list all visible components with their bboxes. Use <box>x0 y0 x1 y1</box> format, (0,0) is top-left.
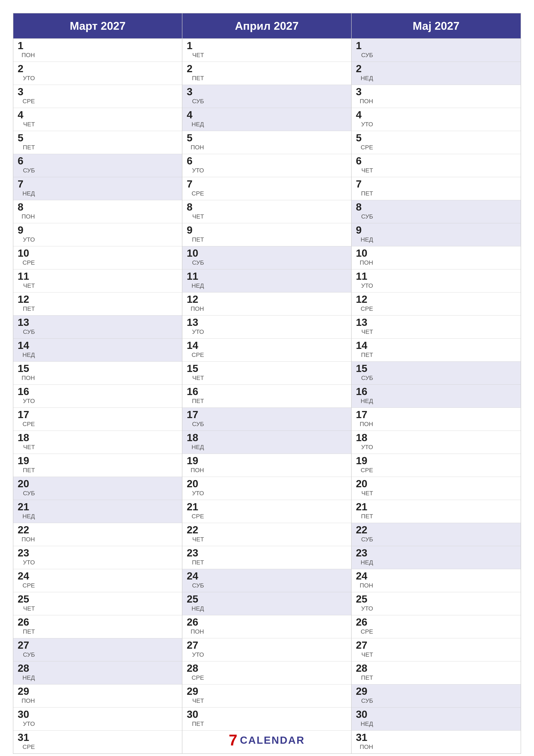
day-number: 17 <box>187 410 204 420</box>
day-row: 1ЧЕТ <box>182 39 351 62</box>
day-row: 18НЕД <box>182 431 351 454</box>
day-name: УТО <box>23 236 35 244</box>
day-content: 31ПОН <box>356 732 373 752</box>
day-content: 16УТО <box>18 387 35 406</box>
day-name: ПОН <box>360 421 373 429</box>
day-content: 23ПЕТ <box>187 548 204 567</box>
day-number: 27 <box>18 640 35 650</box>
day-name: ПЕТ <box>361 190 373 198</box>
day-number: 1 <box>18 40 35 51</box>
day-row: 2ПЕТ <box>182 62 351 85</box>
day-content: 6ЧЕТ <box>356 156 373 175</box>
month-column-1: Април 20271ЧЕТ2ПЕТ3СУБ4НЕД5ПОН6УТО7СРЕ8Ч… <box>182 14 351 753</box>
day-number: 30 <box>187 709 204 719</box>
day-content: 28НЕД <box>18 663 35 683</box>
day-number: 4 <box>18 110 35 120</box>
day-number: 16 <box>187 387 204 397</box>
day-number: 2 <box>187 64 204 74</box>
day-row: 10СУБ <box>182 246 351 269</box>
day-number: 17 <box>356 410 373 420</box>
day-name: НЕД <box>191 282 204 290</box>
day-content: 23НЕД <box>356 548 373 567</box>
day-content: 7НЕД <box>18 179 35 198</box>
day-name: УТО <box>361 282 373 290</box>
day-content: 27СУБ <box>18 640 35 660</box>
day-content: 17ПОН <box>356 410 373 429</box>
day-number: 24 <box>18 571 35 581</box>
day-row: 31ПОН <box>352 731 521 753</box>
day-row: 17СУБ <box>182 408 351 431</box>
day-content: 4НЕД <box>187 110 204 129</box>
day-number: 5 <box>356 133 373 143</box>
day-content: 30УТО <box>18 709 35 729</box>
day-name: ПЕТ <box>23 467 35 475</box>
day-name: СУБ <box>192 421 204 429</box>
day-content: 31СРЕ <box>18 732 35 752</box>
day-row: 15ПОН <box>13 362 182 385</box>
day-number: 14 <box>356 340 373 351</box>
day-number: 13 <box>356 317 373 328</box>
day-number: 3 <box>356 87 373 97</box>
logo-container: 7CALENDAR <box>229 732 305 748</box>
day-content: 11ЧЕТ <box>18 271 35 290</box>
month-header-1: Април 2027 <box>182 14 351 39</box>
day-name: СУБ <box>192 259 204 267</box>
day-content: 2ПЕТ <box>187 64 204 83</box>
day-content: 30НЕД <box>356 709 373 729</box>
day-row: 14СРЕ <box>182 338 351 362</box>
day-content: 17СРЕ <box>18 410 35 429</box>
day-row: 28СРЕ <box>182 662 351 685</box>
day-number: 31 <box>356 732 373 742</box>
day-number: 12 <box>187 294 204 305</box>
day-row: 2НЕД <box>352 62 521 85</box>
day-row: 21СРЕ <box>182 500 351 523</box>
day-row: 27ЧЕТ <box>352 638 521 662</box>
day-content: 11УТО <box>356 271 373 290</box>
day-name: СУБ <box>23 651 35 660</box>
day-name: УТО <box>23 720 35 729</box>
day-name: НЕД <box>22 190 35 198</box>
day-content: 8СУБ <box>356 202 373 221</box>
day-name: ПОН <box>360 743 373 752</box>
day-name: НЕД <box>361 236 373 244</box>
day-number: 23 <box>356 548 373 558</box>
day-row: 29ЧЕТ <box>182 685 351 708</box>
day-content: 10ПОН <box>356 248 373 267</box>
day-name: ЧЕТ <box>192 213 204 221</box>
day-name: ЧЕТ <box>23 121 35 129</box>
day-name: НЕД <box>22 351 35 360</box>
day-number: 27 <box>187 640 204 650</box>
day-name: СРЕ <box>361 305 373 313</box>
day-content: 1ПОН <box>18 40 35 60</box>
day-number: 28 <box>18 663 35 673</box>
day-content: 21СРЕ <box>187 502 204 521</box>
day-row: 12ПЕТ <box>13 292 182 315</box>
day-row: 12СРЕ <box>352 292 521 315</box>
day-content: 6УТО <box>187 156 204 175</box>
day-row: 18УТО <box>352 431 521 454</box>
day-number: 29 <box>356 686 373 696</box>
day-content: 18НЕД <box>187 433 204 452</box>
day-row: 7CALENDAR <box>182 731 351 749</box>
day-name: ЧЕТ <box>23 605 35 613</box>
day-number: 5 <box>187 133 204 143</box>
day-row: 20УТО <box>182 477 351 500</box>
day-number: 14 <box>187 340 204 351</box>
day-row: 11УТО <box>352 269 521 292</box>
day-name: ПОН <box>21 697 35 706</box>
day-number: 5 <box>18 133 35 143</box>
day-number: 11 <box>356 271 373 282</box>
day-number: 24 <box>187 571 204 581</box>
day-row: 3СРЕ <box>13 85 182 108</box>
day-name: ПЕТ <box>192 75 204 83</box>
day-row: 16ПЕТ <box>182 385 351 408</box>
day-row: 23НЕД <box>352 546 521 569</box>
day-name: НЕД <box>191 121 204 129</box>
day-name: ПОН <box>360 582 373 590</box>
day-row: 15ЧЕТ <box>182 362 351 385</box>
day-row: 21НЕД <box>13 500 182 523</box>
day-content: 24СРЕ <box>18 571 35 590</box>
day-content: 4ЧЕТ <box>18 110 35 129</box>
day-content: 11НЕД <box>187 271 204 290</box>
day-number: 18 <box>187 433 204 443</box>
